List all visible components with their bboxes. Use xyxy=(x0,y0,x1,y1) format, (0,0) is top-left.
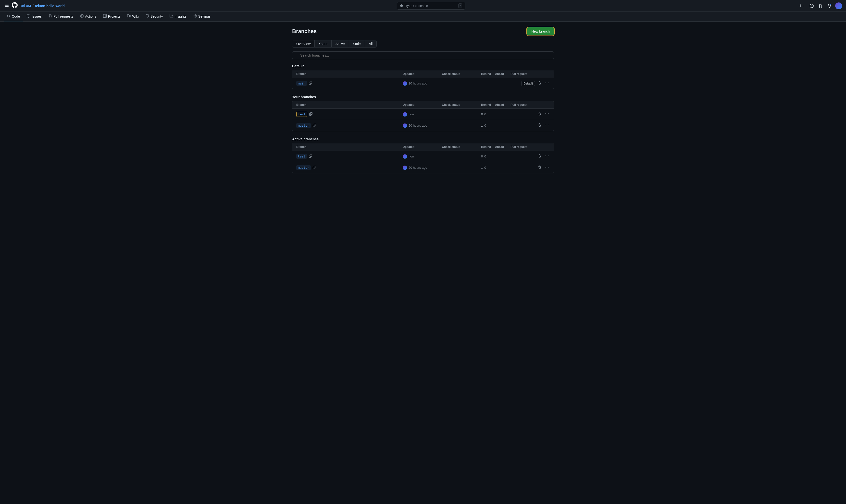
branch-name-cell-test: test xyxy=(296,112,403,117)
header-behind: Behind xyxy=(481,72,491,76)
commit-avatar xyxy=(403,81,407,86)
settings-nav-icon xyxy=(193,14,197,18)
insights-nav-icon xyxy=(170,14,173,18)
branch-link-master[interactable]: master xyxy=(296,123,311,128)
tab-actions[interactable]: Actions xyxy=(77,12,99,21)
pull-request-test xyxy=(511,111,550,117)
behind-ahead-active-test: 0 0 xyxy=(481,155,511,158)
code-icon xyxy=(7,14,10,18)
behind-ahead-active-master: 1 0 xyxy=(481,166,511,169)
branch-link-main[interactable]: main xyxy=(296,81,307,86)
main-content: Branches New branch Overview Yours Activ… xyxy=(288,21,558,185)
hamburger-icon[interactable] xyxy=(4,2,10,9)
notifications-icon[interactable] xyxy=(826,3,832,9)
your-branches-title: Your branches xyxy=(292,95,554,99)
tab-security-label: Security xyxy=(151,15,163,18)
tab-issues-label: Issues xyxy=(32,15,41,18)
behind-value-test: 0 xyxy=(481,112,483,116)
copy-icon-active-test[interactable] xyxy=(309,155,312,159)
tab-wiki[interactable]: Wiki xyxy=(124,12,141,21)
page-title: Branches xyxy=(292,28,317,35)
more-options-icon-master[interactable] xyxy=(544,123,550,129)
more-options-icon-active-test[interactable] xyxy=(544,153,550,159)
pull-requests-icon[interactable] xyxy=(817,3,824,9)
navbar-right xyxy=(797,2,842,9)
plus-dropdown-icon xyxy=(803,5,805,7)
more-options-icon-active-master[interactable] xyxy=(544,165,550,171)
header-check-status-3: Check status xyxy=(442,145,481,149)
tab-stale[interactable]: Stale xyxy=(349,40,365,47)
header-branch-2: Branch xyxy=(296,103,403,107)
breadcrumb-repo[interactable]: tekton-hello-world xyxy=(35,4,65,8)
behind-value-master: 1 xyxy=(481,124,483,127)
pull-request-active-test xyxy=(511,153,550,159)
commit-avatar-active-master xyxy=(403,165,407,170)
security-nav-icon xyxy=(145,14,149,18)
tab-projects[interactable]: Projects xyxy=(100,12,124,21)
tab-insights[interactable]: Insights xyxy=(166,12,189,21)
tab-security[interactable]: Security xyxy=(143,12,166,21)
page-header: Branches New branch xyxy=(292,28,554,35)
table-row: master 20 hours ago 1 0 xyxy=(293,162,553,173)
copy-icon-test[interactable] xyxy=(309,112,313,116)
tab-insights-label: Insights xyxy=(175,15,186,18)
table-row: test now 0 0 xyxy=(293,109,553,120)
header-pr: Pull request xyxy=(511,72,550,76)
new-branch-button[interactable]: New branch xyxy=(527,28,554,35)
global-search[interactable]: Type / to search / xyxy=(397,2,465,10)
updated-cell-test: now xyxy=(403,112,442,116)
header-branch: Branch xyxy=(296,72,403,76)
tab-projects-label: Projects xyxy=(108,15,121,18)
default-branch-section: Default Branch Updated Check status Behi… xyxy=(292,64,554,89)
default-badge: Default xyxy=(521,81,535,86)
branch-link-active-master[interactable]: master xyxy=(296,165,311,170)
tab-settings[interactable]: Settings xyxy=(190,12,214,21)
pull-request-master xyxy=(511,123,550,129)
more-options-icon[interactable] xyxy=(544,80,550,87)
tab-overview[interactable]: Overview xyxy=(293,40,315,47)
breadcrumb-user[interactable]: Rolika4 xyxy=(20,4,31,8)
pull-request-cell: Default xyxy=(511,80,550,87)
default-table-header: Branch Updated Check status Behind Ahead… xyxy=(293,70,553,78)
behind-value-active-master: 1 xyxy=(481,166,483,169)
branch-link-test[interactable]: test xyxy=(296,112,307,117)
tab-pull-requests[interactable]: Pull requests xyxy=(46,12,76,21)
issues-icon[interactable] xyxy=(809,3,815,9)
tab-active[interactable]: Active xyxy=(332,40,349,47)
pull-request-active-master xyxy=(511,165,550,171)
tab-yours[interactable]: Yours xyxy=(315,40,331,47)
top-navbar: Rolika4 / tekton-hello-world Type / to s… xyxy=(0,0,846,12)
search-branches-input[interactable] xyxy=(292,51,554,59)
tab-all[interactable]: All xyxy=(365,40,377,47)
github-logo[interactable] xyxy=(12,2,18,10)
delete-branch-icon[interactable] xyxy=(537,80,542,87)
copy-icon-master[interactable] xyxy=(313,124,316,128)
delete-branch-icon-active-master[interactable] xyxy=(537,165,542,171)
tab-pr-label: Pull requests xyxy=(53,15,73,18)
more-options-icon-test[interactable] xyxy=(544,111,550,117)
copy-icon[interactable] xyxy=(309,82,312,86)
active-branches-header: Branch Updated Check status Behind Ahead… xyxy=(293,143,553,151)
breadcrumb: Rolika4 / tekton-hello-world xyxy=(20,4,65,8)
updated-cell-master: 20 hours ago xyxy=(403,123,442,128)
avatar[interactable] xyxy=(835,2,842,9)
branch-link-active-test[interactable]: test xyxy=(296,154,307,159)
search-icon xyxy=(400,4,403,7)
projects-nav-icon xyxy=(103,14,107,18)
updated-time-master: 20 hours ago xyxy=(408,124,427,127)
tab-code[interactable]: Code xyxy=(4,12,23,21)
commit-avatar-active-test xyxy=(403,154,407,159)
tab-issues[interactable]: Issues xyxy=(24,12,45,21)
delete-branch-icon-master[interactable] xyxy=(537,123,542,129)
tab-settings-label: Settings xyxy=(198,15,211,18)
table-row: main 20 hours ago Default xyxy=(293,78,553,89)
delete-branch-icon-active-test[interactable] xyxy=(537,153,542,159)
default-branch-table: Branch Updated Check status Behind Ahead… xyxy=(292,70,554,89)
tab-actions-label: Actions xyxy=(85,15,96,18)
updated-cell-active-master: 20 hours ago xyxy=(403,165,442,170)
delete-branch-icon-test[interactable] xyxy=(537,111,542,117)
your-branches-table: Branch Updated Check status Behind Ahead… xyxy=(292,101,554,131)
header-branch-3: Branch xyxy=(296,145,403,149)
plus-button[interactable] xyxy=(797,3,806,9)
copy-icon-active-master[interactable] xyxy=(313,166,316,170)
